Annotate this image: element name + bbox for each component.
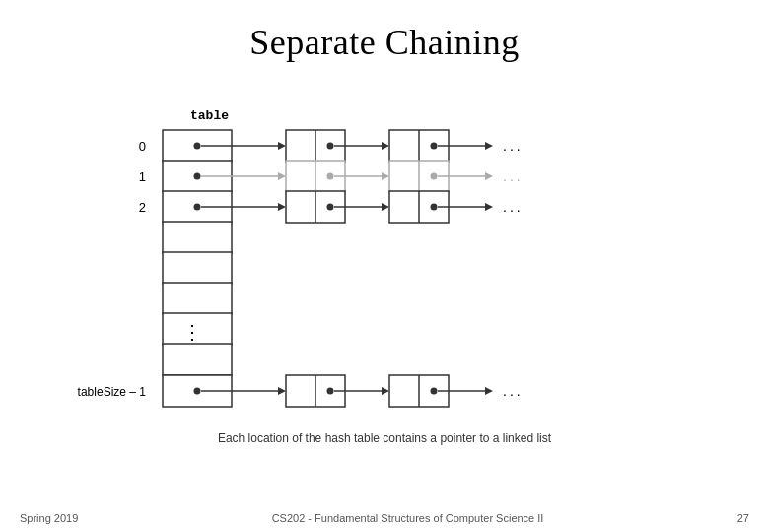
svg-point-61	[327, 388, 334, 395]
svg-point-48	[327, 204, 334, 211]
footer-left: Spring 2019	[20, 512, 78, 524]
footer-center: CS202 - Fundamental Structures of Comput…	[272, 512, 544, 524]
svg-text:...: ...	[503, 383, 524, 399]
svg-point-53	[431, 204, 438, 211]
svg-marker-50	[382, 203, 389, 211]
table-label: table	[190, 108, 229, 123]
svg-text:1: 1	[139, 169, 146, 184]
svg-text:2: 2	[139, 200, 146, 215]
svg-marker-63	[382, 387, 389, 395]
svg-marker-55	[485, 203, 493, 211]
svg-text:...: ...	[503, 199, 524, 215]
svg-marker-24	[382, 142, 389, 150]
svg-text:tableSize – 1: tableSize – 1	[78, 385, 147, 399]
svg-text:...: ...	[503, 138, 524, 154]
svg-point-13	[194, 143, 201, 150]
svg-point-66	[431, 388, 438, 395]
svg-marker-45	[278, 203, 286, 211]
diagram-area: table 0 1 2 tableSize – 1 ⋮	[0, 73, 769, 457]
footer: Spring 2019 CS202 - Fundamental Structur…	[0, 512, 769, 524]
diagram-svg: table 0 1 2 tableSize – 1 ⋮	[0, 73, 769, 457]
svg-point-22	[327, 143, 334, 150]
svg-point-35	[327, 173, 334, 180]
svg-point-15	[194, 204, 201, 211]
svg-rect-4	[163, 252, 232, 284]
svg-text:0: 0	[139, 139, 146, 154]
svg-marker-42	[485, 172, 493, 180]
svg-marker-68	[485, 387, 493, 395]
svg-point-27	[431, 143, 438, 150]
svg-point-40	[431, 173, 438, 180]
svg-rect-5	[163, 283, 232, 314]
svg-marker-19	[278, 142, 286, 150]
svg-text:⋮: ⋮	[182, 321, 202, 343]
svg-marker-32	[278, 172, 286, 180]
svg-text:Each location of the hash tabl: Each location of the hash table contains…	[218, 432, 552, 445]
svg-point-16	[194, 388, 201, 395]
svg-rect-7	[163, 344, 232, 375]
svg-marker-58	[278, 387, 286, 395]
page-title: Separate Chaining	[0, 0, 769, 73]
svg-marker-29	[485, 142, 493, 150]
footer-right: 27	[737, 512, 749, 524]
svg-text:...: ...	[503, 168, 524, 184]
svg-point-14	[194, 173, 201, 180]
svg-rect-3	[163, 222, 232, 253]
svg-marker-37	[382, 172, 389, 180]
